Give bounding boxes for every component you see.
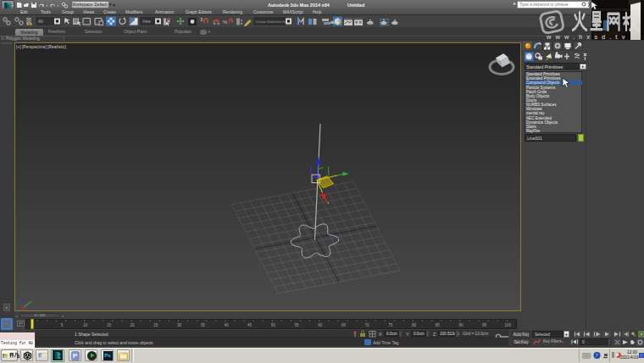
svg-text:?: ? xyxy=(596,353,598,358)
